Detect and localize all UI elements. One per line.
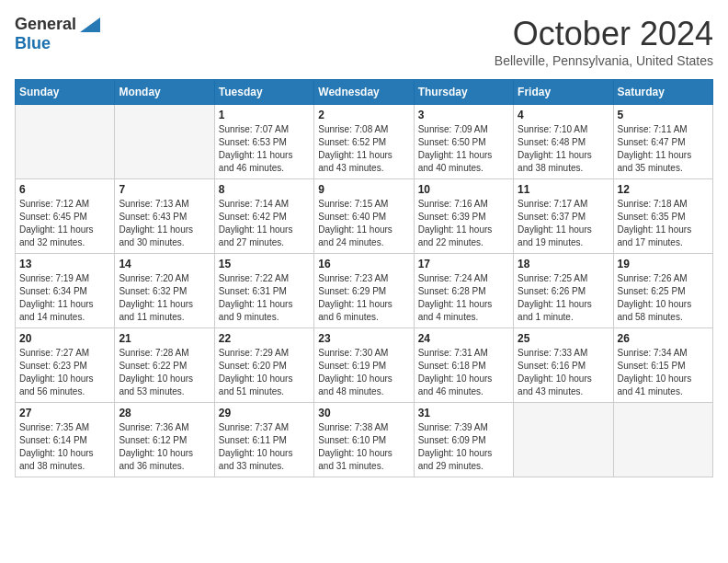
day-number: 9	[318, 183, 409, 196]
day-number: 16	[318, 258, 409, 270]
calendar-cell: 29Sunrise: 7:37 AM Sunset: 6:11 PM Dayli…	[214, 403, 313, 477]
weekday-header-friday: Friday	[514, 80, 613, 105]
day-number: 25	[518, 332, 609, 345]
day-info: Sunrise: 7:39 AM Sunset: 6:09 PM Dayligh…	[418, 421, 509, 473]
day-info: Sunrise: 7:16 AM Sunset: 6:39 PM Dayligh…	[418, 198, 509, 249]
logo-line1: General	[15, 15, 76, 34]
day-info: Sunrise: 7:33 AM Sunset: 6:16 PM Dayligh…	[518, 347, 609, 398]
weekday-header-thursday: Thursday	[414, 80, 513, 105]
calendar-cell: 6Sunrise: 7:12 AM Sunset: 6:45 PM Daylig…	[16, 179, 115, 254]
logo-icon	[80, 17, 100, 32]
day-info: Sunrise: 7:36 AM Sunset: 6:12 PM Dayligh…	[119, 421, 210, 473]
weekday-header-wednesday: Wednesday	[314, 80, 414, 105]
day-info: Sunrise: 7:23 AM Sunset: 6:29 PM Dayligh…	[318, 272, 409, 324]
calendar-cell: 26Sunrise: 7:34 AM Sunset: 6:15 PM Dayli…	[613, 328, 712, 403]
weekday-header-saturday: Saturday	[613, 80, 712, 105]
calendar-cell: 18Sunrise: 7:25 AM Sunset: 6:26 PM Dayli…	[514, 254, 613, 328]
calendar-cell: 10Sunrise: 7:16 AM Sunset: 6:39 PM Dayli…	[414, 179, 513, 254]
day-number: 6	[19, 183, 110, 196]
day-number: 11	[518, 183, 609, 196]
calendar-cell: 19Sunrise: 7:26 AM Sunset: 6:25 PM Dayli…	[613, 254, 712, 328]
logo: General Blue	[15, 15, 100, 53]
day-info: Sunrise: 7:15 AM Sunset: 6:40 PM Dayligh…	[318, 198, 409, 249]
weekday-header-tuesday: Tuesday	[214, 80, 313, 105]
day-number: 20	[19, 332, 110, 345]
calendar-table: SundayMondayTuesdayWednesdayThursdayFrid…	[15, 79, 713, 477]
day-info: Sunrise: 7:26 AM Sunset: 6:25 PM Dayligh…	[618, 272, 709, 324]
calendar-cell: 11Sunrise: 7:17 AM Sunset: 6:37 PM Dayli…	[514, 179, 613, 254]
day-number: 26	[618, 332, 709, 345]
day-info: Sunrise: 7:19 AM Sunset: 6:34 PM Dayligh…	[19, 272, 110, 324]
calendar-cell: 5Sunrise: 7:11 AM Sunset: 6:47 PM Daylig…	[613, 105, 712, 179]
day-number: 24	[418, 332, 509, 345]
day-info: Sunrise: 7:17 AM Sunset: 6:37 PM Dayligh…	[518, 198, 609, 249]
day-number: 2	[318, 109, 409, 121]
day-number: 4	[518, 109, 609, 121]
day-number: 21	[119, 332, 210, 345]
day-number: 14	[119, 258, 210, 270]
day-info: Sunrise: 7:25 AM Sunset: 6:26 PM Dayligh…	[518, 272, 609, 324]
week-row-4: 20Sunrise: 7:27 AM Sunset: 6:23 PM Dayli…	[16, 328, 713, 403]
calendar-cell: 31Sunrise: 7:39 AM Sunset: 6:09 PM Dayli…	[414, 403, 513, 477]
calendar-cell: 12Sunrise: 7:18 AM Sunset: 6:35 PM Dayli…	[613, 179, 712, 254]
calendar-cell	[514, 403, 613, 477]
day-number: 28	[119, 407, 210, 419]
calendar-cell: 20Sunrise: 7:27 AM Sunset: 6:23 PM Dayli…	[16, 328, 115, 403]
week-row-1: 1Sunrise: 7:07 AM Sunset: 6:53 PM Daylig…	[16, 105, 713, 179]
day-info: Sunrise: 7:22 AM Sunset: 6:31 PM Dayligh…	[219, 272, 310, 324]
day-number: 31	[418, 407, 509, 419]
day-number: 27	[19, 407, 110, 419]
weekday-header-row: SundayMondayTuesdayWednesdayThursdayFrid…	[16, 80, 713, 105]
day-number: 3	[418, 109, 509, 121]
calendar-cell: 14Sunrise: 7:20 AM Sunset: 6:32 PM Dayli…	[115, 254, 214, 328]
calendar-cell: 25Sunrise: 7:33 AM Sunset: 6:16 PM Dayli…	[514, 328, 613, 403]
day-info: Sunrise: 7:37 AM Sunset: 6:11 PM Dayligh…	[219, 421, 310, 473]
calendar-cell: 23Sunrise: 7:30 AM Sunset: 6:19 PM Dayli…	[314, 328, 414, 403]
day-number: 15	[219, 258, 310, 270]
day-info: Sunrise: 7:28 AM Sunset: 6:22 PM Dayligh…	[119, 347, 210, 398]
logo-line2: Blue	[15, 34, 51, 53]
day-number: 17	[418, 258, 509, 270]
calendar-cell: 13Sunrise: 7:19 AM Sunset: 6:34 PM Dayli…	[16, 254, 115, 328]
day-info: Sunrise: 7:07 AM Sunset: 6:53 PM Dayligh…	[219, 123, 310, 175]
title-block: October 2024 Belleville, Pennsylvania, U…	[495, 15, 713, 68]
day-number: 22	[219, 332, 310, 345]
week-row-5: 27Sunrise: 7:35 AM Sunset: 6:14 PM Dayli…	[16, 403, 713, 477]
month-title: October 2024	[495, 15, 713, 53]
day-info: Sunrise: 7:38 AM Sunset: 6:10 PM Dayligh…	[318, 421, 409, 473]
calendar-cell: 7Sunrise: 7:13 AM Sunset: 6:43 PM Daylig…	[115, 179, 214, 254]
svg-marker-0	[80, 17, 100, 32]
day-number: 10	[418, 183, 509, 196]
day-info: Sunrise: 7:20 AM Sunset: 6:32 PM Dayligh…	[119, 272, 210, 324]
day-number: 7	[119, 183, 210, 196]
day-info: Sunrise: 7:10 AM Sunset: 6:48 PM Dayligh…	[518, 123, 609, 175]
day-number: 30	[318, 407, 409, 419]
weekday-header-sunday: Sunday	[16, 80, 115, 105]
calendar-cell	[115, 105, 214, 179]
calendar-cell: 1Sunrise: 7:07 AM Sunset: 6:53 PM Daylig…	[214, 105, 313, 179]
calendar-cell: 8Sunrise: 7:14 AM Sunset: 6:42 PM Daylig…	[214, 179, 313, 254]
day-info: Sunrise: 7:24 AM Sunset: 6:28 PM Dayligh…	[418, 272, 509, 324]
calendar-cell: 22Sunrise: 7:29 AM Sunset: 6:20 PM Dayli…	[214, 328, 313, 403]
calendar-cell: 17Sunrise: 7:24 AM Sunset: 6:28 PM Dayli…	[414, 254, 513, 328]
day-info: Sunrise: 7:08 AM Sunset: 6:52 PM Dayligh…	[318, 123, 409, 175]
day-number: 5	[618, 109, 709, 121]
day-info: Sunrise: 7:13 AM Sunset: 6:43 PM Dayligh…	[119, 198, 210, 249]
calendar-cell: 2Sunrise: 7:08 AM Sunset: 6:52 PM Daylig…	[314, 105, 414, 179]
day-info: Sunrise: 7:31 AM Sunset: 6:18 PM Dayligh…	[418, 347, 509, 398]
day-number: 1	[219, 109, 310, 121]
day-info: Sunrise: 7:09 AM Sunset: 6:50 PM Dayligh…	[418, 123, 509, 175]
calendar-cell: 24Sunrise: 7:31 AM Sunset: 6:18 PM Dayli…	[414, 328, 513, 403]
day-info: Sunrise: 7:11 AM Sunset: 6:47 PM Dayligh…	[618, 123, 709, 175]
calendar-cell	[16, 105, 115, 179]
day-number: 29	[219, 407, 310, 419]
day-number: 18	[518, 258, 609, 270]
day-number: 12	[618, 183, 709, 196]
calendar-cell: 3Sunrise: 7:09 AM Sunset: 6:50 PM Daylig…	[414, 105, 513, 179]
day-info: Sunrise: 7:12 AM Sunset: 6:45 PM Dayligh…	[19, 198, 110, 249]
day-number: 23	[318, 332, 409, 345]
calendar-cell: 9Sunrise: 7:15 AM Sunset: 6:40 PM Daylig…	[314, 179, 414, 254]
day-info: Sunrise: 7:35 AM Sunset: 6:14 PM Dayligh…	[19, 421, 110, 473]
day-info: Sunrise: 7:29 AM Sunset: 6:20 PM Dayligh…	[219, 347, 310, 398]
day-info: Sunrise: 7:34 AM Sunset: 6:15 PM Dayligh…	[618, 347, 709, 398]
